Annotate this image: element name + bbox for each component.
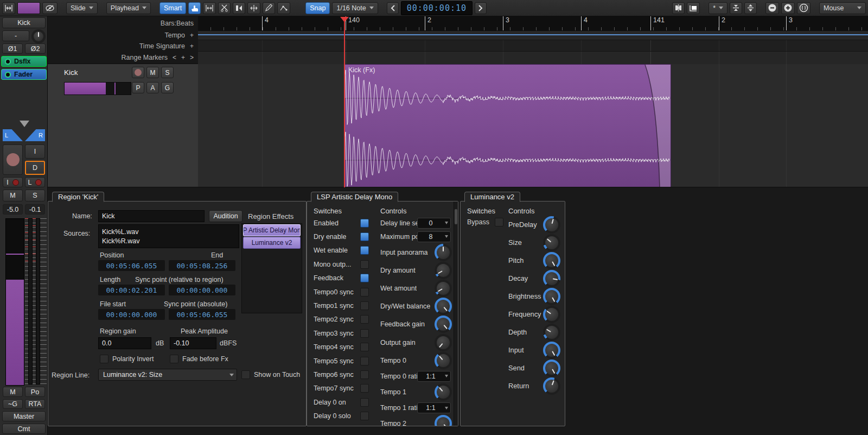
track-color-swatch[interactable] bbox=[17, 2, 40, 14]
phase-2-button[interactable]: Ø2 bbox=[25, 43, 46, 54]
control-knob[interactable] bbox=[543, 360, 560, 377]
control-dropdown[interactable]: 1:1 bbox=[417, 402, 451, 413]
track-mute-button[interactable]: M bbox=[146, 67, 159, 78]
pan-handle-icon[interactable] bbox=[20, 121, 29, 127]
control-dropdown[interactable]: 8 bbox=[417, 231, 451, 242]
switch-checkbox[interactable] bbox=[360, 274, 369, 282]
position-clock[interactable]: 00:05:06.055 bbox=[98, 260, 165, 271]
control-knob[interactable] bbox=[435, 334, 452, 351]
switch-checkbox[interactable] bbox=[360, 246, 369, 255]
control-knob[interactable] bbox=[543, 270, 560, 287]
control-dropdown[interactable]: 0 bbox=[417, 218, 451, 229]
fade-before-fx-row[interactable]: Fade before Fx bbox=[170, 355, 228, 363]
control-knob[interactable] bbox=[543, 234, 560, 251]
control-knob[interactable] bbox=[543, 216, 560, 234]
control-dropdown[interactable]: 1:1 bbox=[417, 371, 451, 382]
ruler-label-tempo[interactable]: Tempo + bbox=[164, 31, 194, 39]
zoom-in-button[interactable] bbox=[781, 2, 795, 14]
control-knob[interactable] bbox=[543, 288, 560, 305]
strip-solo-button[interactable]: S bbox=[25, 190, 45, 201]
control-knob[interactable] bbox=[435, 383, 452, 401]
grab-tool-button[interactable] bbox=[188, 2, 201, 14]
zoom-to-selection-button[interactable] bbox=[672, 2, 685, 14]
switch-checkbox[interactable] bbox=[360, 219, 369, 228]
timesig-add-button[interactable]: + bbox=[190, 42, 194, 50]
region-name-input[interactable]: Kick bbox=[98, 210, 205, 222]
track-automation-button[interactable]: A bbox=[146, 82, 159, 93]
switch-checkbox[interactable] bbox=[360, 384, 369, 393]
region-effects-list[interactable]: P Artistic Delay MonLuminance v2 bbox=[241, 223, 302, 313]
edit-mode-dropdown[interactable]: Slide bbox=[66, 2, 98, 14]
metering-point-button[interactable]: M bbox=[3, 387, 23, 397]
stretch-tool-button[interactable] bbox=[247, 2, 260, 14]
track-group-button[interactable]: G bbox=[161, 82, 174, 93]
region-line-dropdown[interactable]: Luminance v2: Size bbox=[98, 369, 237, 381]
gain-display[interactable]: -5.0 bbox=[3, 204, 23, 215]
switch-checkbox[interactable] bbox=[360, 329, 369, 338]
fit-horizontal-button[interactable] bbox=[2, 2, 15, 14]
peak-display[interactable]: -0.1 bbox=[25, 204, 45, 215]
bypass-checkbox[interactable] bbox=[495, 218, 503, 226]
switch-checkbox[interactable] bbox=[360, 357, 369, 365]
trim-knob[interactable] bbox=[31, 29, 46, 43]
fader-handle[interactable] bbox=[6, 254, 24, 255]
switch-checkbox[interactable] bbox=[360, 288, 369, 297]
cut-tool-button[interactable] bbox=[218, 2, 231, 14]
switch-checkbox[interactable] bbox=[360, 232, 369, 241]
tempo-ruler[interactable] bbox=[198, 30, 868, 40]
region-effect-item[interactable]: Luminance v2 bbox=[243, 237, 301, 249]
sources-list[interactable]: Kick%L.wav Kick%R.wav bbox=[98, 224, 239, 248]
processor-led[interactable] bbox=[5, 59, 11, 65]
track-record-button[interactable] bbox=[132, 67, 144, 78]
strip-record-button[interactable] bbox=[3, 144, 23, 175]
track-header[interactable]: Kick M S P A G bbox=[48, 64, 198, 187]
switch-checkbox[interactable] bbox=[360, 370, 369, 379]
processor-led[interactable] bbox=[5, 72, 11, 78]
peak-amplitude-value[interactable]: -0.10 bbox=[170, 337, 216, 349]
polarity-invert-row[interactable]: Polarity Invert bbox=[100, 355, 154, 363]
end-clock[interactable]: 00:05:08.256 bbox=[169, 260, 235, 271]
track-lane[interactable]: Kick (Fx) bbox=[198, 64, 868, 187]
control-knob[interactable] bbox=[435, 262, 452, 279]
strip-mute-button[interactable]: M bbox=[3, 190, 23, 201]
range-add-button[interactable]: + bbox=[181, 54, 185, 61]
playhead-marker[interactable] bbox=[340, 17, 349, 22]
fade-before-fx-checkbox[interactable] bbox=[170, 355, 178, 363]
range-prev-button[interactable]: < bbox=[173, 54, 176, 61]
processor-fader[interactable]: Fader bbox=[1, 69, 47, 80]
polarity-invert-checkbox[interactable] bbox=[100, 355, 108, 363]
gain-mode-button[interactable]: ~G bbox=[3, 399, 23, 409]
zoom-to-session-button[interactable] bbox=[687, 2, 700, 14]
lsp-scrollbar-thumb[interactable] bbox=[455, 209, 457, 224]
gain-fader[interactable] bbox=[5, 218, 24, 386]
mouse-mode-dropdown[interactable]: Mouse bbox=[819, 2, 866, 14]
region-effect-item[interactable]: P Artistic Delay Mon bbox=[243, 224, 301, 236]
control-knob[interactable] bbox=[543, 342, 560, 359]
control-knob[interactable] bbox=[435, 280, 452, 297]
output-master-button[interactable]: Master bbox=[2, 411, 46, 421]
audition-tool-button[interactable] bbox=[233, 2, 245, 14]
pan-left[interactable]: L bbox=[3, 129, 23, 141]
strip-name-button[interactable]: Kick bbox=[2, 17, 46, 28]
sync-rel-clock[interactable]: 00:00:00.000 bbox=[169, 285, 235, 295]
time-signature-ruler[interactable] bbox=[198, 40, 868, 52]
show-on-touch-row[interactable]: Show on Touch bbox=[241, 370, 300, 379]
pan-right[interactable]: R bbox=[25, 129, 45, 141]
nudge-back-button[interactable] bbox=[387, 2, 399, 14]
switch-checkbox[interactable] bbox=[360, 301, 369, 310]
control-knob[interactable] bbox=[435, 316, 452, 333]
audio-region[interactable]: Kick (Fx) bbox=[344, 64, 671, 187]
zoom-out-button[interactable] bbox=[765, 2, 779, 14]
control-knob[interactable] bbox=[543, 377, 560, 395]
post-button[interactable]: Po bbox=[25, 387, 45, 397]
strip-input-button[interactable]: I bbox=[25, 144, 45, 159]
grid-mode-dropdown[interactable]: 1/16 Note bbox=[332, 2, 378, 14]
hidden-tracks-button[interactable] bbox=[42, 2, 58, 14]
zoom-focus-dropdown[interactable]: * bbox=[709, 2, 727, 14]
rta-button[interactable]: RTA bbox=[25, 399, 45, 409]
transport-clock[interactable]: 00:00:00:10 bbox=[401, 1, 473, 15]
range-markers-ruler[interactable] bbox=[198, 51, 868, 65]
edit-point-dropdown[interactable]: Playhead bbox=[106, 2, 151, 14]
processor-dsflx[interactable]: Dsflx bbox=[1, 56, 47, 67]
track-playlist-button[interactable]: P bbox=[132, 82, 144, 93]
